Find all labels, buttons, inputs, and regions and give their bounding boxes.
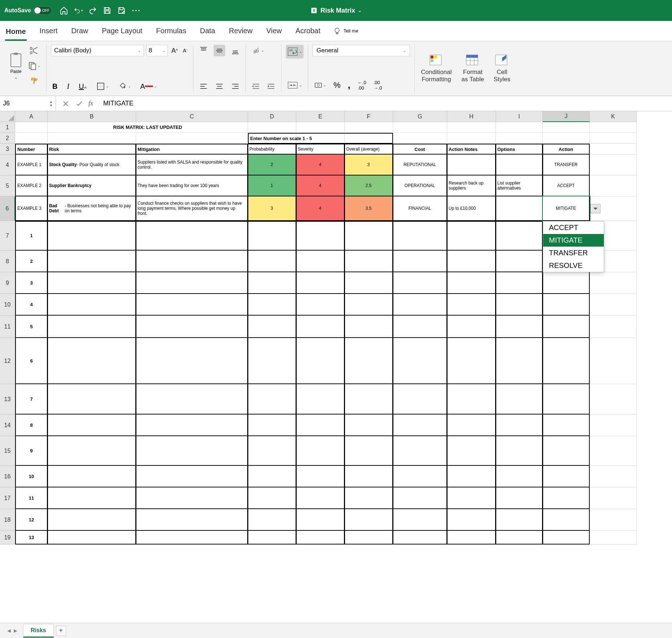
cell-B5[interactable]: Supplier Bankruptcy [48, 175, 136, 196]
cell-D14[interactable] [248, 415, 296, 436]
cell-F18[interactable] [345, 509, 393, 531]
cell-A17[interactable]: 11 [15, 487, 48, 509]
col-header-K[interactable]: K [590, 111, 637, 122]
cell-I16[interactable] [496, 466, 543, 487]
cell-J5[interactable]: ACCEPT [543, 175, 590, 196]
cell-A4[interactable]: EXAMPLE 1 [15, 155, 48, 175]
row-header-6[interactable]: 6 [0, 196, 15, 221]
redo-icon[interactable] [88, 6, 97, 15]
tab-formulas[interactable]: Formulas [156, 25, 187, 36]
cell-G19[interactable] [393, 531, 447, 544]
cell-I13[interactable] [496, 384, 543, 415]
cell-C12[interactable] [136, 338, 248, 384]
increase-font-button[interactable]: A^ [170, 45, 179, 56]
cell-E18[interactable] [296, 509, 345, 531]
row-header-16[interactable]: 16 [0, 466, 15, 487]
cell-B18[interactable] [48, 509, 136, 531]
cell-H14[interactable] [447, 415, 496, 436]
borders-button[interactable]: ⌄ [95, 81, 110, 92]
cell-J19[interactable] [543, 531, 590, 544]
percent-button[interactable]: % [332, 79, 342, 91]
decrease-font-button[interactable]: Aˇ [182, 46, 189, 55]
cell-I10[interactable] [496, 294, 543, 316]
cell-J12[interactable] [543, 338, 590, 384]
cell-E6[interactable]: 4 [296, 196, 345, 221]
cell-G18[interactable] [393, 509, 447, 531]
row-header-8[interactable]: 8 [0, 251, 15, 272]
tell-me[interactable]: Tell me [333, 27, 358, 35]
cell-H17[interactable] [447, 487, 496, 509]
confirm-formula-button[interactable] [75, 99, 84, 108]
cell-A5[interactable]: EXAMPLE 2 [15, 175, 48, 196]
row-header-15[interactable]: 15 [0, 436, 15, 466]
cell-A15[interactable]: 9 [15, 436, 48, 466]
cell-I19[interactable] [496, 531, 543, 544]
cell-K17[interactable] [590, 487, 637, 509]
align-center-button[interactable] [214, 81, 225, 92]
cell-I12[interactable] [496, 338, 543, 384]
col-header-H[interactable]: H [447, 111, 496, 122]
cell-I4[interactable] [496, 155, 543, 175]
cell-H16[interactable] [447, 466, 496, 487]
cell-F3[interactable]: Overall (average) [345, 144, 393, 155]
cell-D7[interactable] [248, 221, 296, 251]
cell-K4[interactable] [590, 155, 637, 175]
underline-button[interactable]: U ⌄ [77, 81, 88, 92]
cell-B15[interactable] [48, 436, 136, 466]
cell-B2[interactable] [48, 133, 136, 144]
cell-J2[interactable] [543, 133, 590, 144]
cell-B6[interactable]: Bad Debt - Businesses not being able to … [48, 196, 136, 221]
bold-button[interactable]: B [51, 81, 59, 92]
cell-D6[interactable]: 3 [248, 196, 296, 221]
cell-A16[interactable]: 10 [15, 466, 48, 487]
row-header-17[interactable]: 17 [0, 487, 15, 509]
align-bottom-button[interactable] [230, 45, 241, 56]
cell-F11[interactable] [345, 316, 393, 338]
next-sheet-button[interactable]: ▶ [14, 628, 17, 633]
autosave-toggle[interactable]: AutoSave OFF [4, 6, 52, 15]
cell-I11[interactable] [496, 316, 543, 338]
cell-J15[interactable] [543, 436, 590, 466]
tab-view[interactable]: View [266, 25, 283, 36]
tab-insert[interactable]: Insert [39, 25, 58, 36]
cell-D16[interactable] [248, 466, 296, 487]
merge-button[interactable]: ⌄ [286, 78, 304, 92]
cell-J11[interactable] [543, 316, 590, 338]
cell-E11[interactable] [296, 316, 345, 338]
cell-C9[interactable] [136, 272, 248, 294]
cell-J18[interactable] [543, 509, 590, 531]
col-header-F[interactable]: F [345, 111, 393, 122]
comma-button[interactable]: , [346, 78, 352, 92]
row-header-10[interactable]: 10 [0, 294, 15, 316]
cell-D1[interactable] [248, 122, 296, 133]
cell-C19[interactable] [136, 531, 248, 544]
cell-E5[interactable]: 4 [296, 175, 345, 196]
document-title[interactable]: X Risk Matrix ⌄ [310, 7, 362, 14]
dv-option-mitigate[interactable]: MITIGATE [543, 234, 604, 247]
row-header-19[interactable]: 19 [0, 531, 15, 544]
cell-I7[interactable] [496, 221, 543, 251]
cell-E17[interactable] [296, 487, 345, 509]
cell-I8[interactable] [496, 251, 543, 272]
cell-F4[interactable]: 3 [345, 155, 393, 175]
cell-H10[interactable] [447, 294, 496, 316]
more-icon[interactable]: • • • [131, 6, 141, 15]
increase-decimal-button[interactable]: ←.0.00 [356, 78, 368, 92]
cell-I6[interactable] [496, 196, 543, 221]
number-format-select[interactable]: General⌄ [313, 45, 410, 56]
cell-F16[interactable] [345, 466, 393, 487]
row-header-3[interactable]: 3 [0, 144, 15, 155]
cell-E13[interactable] [296, 384, 345, 415]
save-icon[interactable] [102, 6, 112, 15]
italic-button[interactable]: I [65, 81, 71, 92]
cell-E4[interactable]: 4 [296, 155, 345, 175]
copy-button[interactable]: ⌄ [27, 60, 42, 71]
name-box[interactable]: J6 ▲▼ [0, 96, 56, 111]
align-left-button[interactable] [198, 81, 209, 92]
data-validation-dropdown-button[interactable] [590, 204, 601, 213]
font-size-select[interactable]: 8⌄ [146, 45, 168, 56]
cancel-formula-button[interactable] [61, 99, 70, 108]
cell-A7[interactable]: 1 [15, 221, 48, 251]
cell-D3[interactable]: Probabability [248, 144, 296, 155]
cell-E12[interactable] [296, 338, 345, 384]
